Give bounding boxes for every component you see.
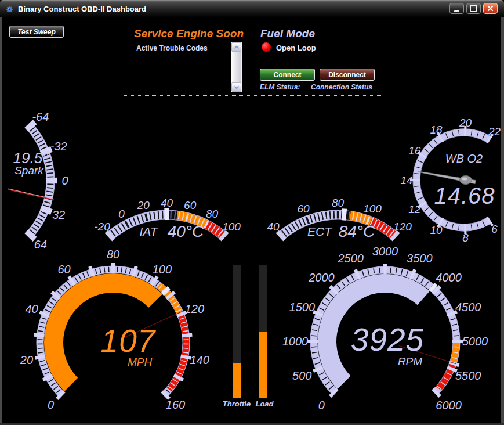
gauge-spark-label: Spark [14, 164, 44, 177]
fuel-mode-indicator-icon [262, 42, 271, 52]
gauge-rpm-tick-label: 500 [292, 369, 311, 382]
load-bar-fill [259, 332, 267, 399]
close-button[interactable] [483, 3, 498, 14]
gauge-ect-tick-label: 100 [363, 203, 382, 215]
gauge-spark-tick-label: -32 [50, 140, 67, 153]
gauge-iat-tick-label: 40 [161, 197, 173, 209]
window-controls [449, 3, 498, 14]
gauge-rpm-tick-label: 3000 [372, 245, 398, 258]
gauge-wbo2: 6810121416182022WB O214.68 [400, 117, 501, 244]
gauge-iat-tick-label: 20 [137, 199, 150, 211]
disconnect-button[interactable]: Disconnect [320, 69, 375, 81]
gauge-ect: 406080100120ECT84°C [267, 197, 412, 242]
gauge-rpm-value: 3925 [351, 322, 424, 358]
trouble-code-item[interactable]: Active Trouble Codes [133, 42, 231, 52]
gauge-spark-needle [8, 189, 53, 200]
gauge-rpm-tick-label: 2000 [308, 271, 335, 284]
gauge-ect-tick-label: 120 [393, 221, 412, 233]
gauge-wbo2-tick-label: 18 [430, 124, 443, 136]
gauge-mph-tick-label: 100 [153, 263, 172, 276]
connect-button[interactable]: Connect [260, 69, 315, 81]
gauge-iat: -20020406080100IAT40°C [94, 197, 241, 242]
gauge-rpm-tick-label: 4000 [436, 271, 462, 284]
gauge-spark-tick-label: 64 [34, 238, 47, 251]
trouble-codes-scrollbar[interactable] [231, 42, 241, 92]
gauge-ect-tick-label: 60 [297, 203, 310, 215]
gauge-mph-value: 107 [101, 323, 157, 359]
connection-status-label: Connection Status [311, 83, 372, 91]
gauge-spark-tick-label: 0 [61, 174, 68, 187]
window-title: Binary Construct OBD-II Dashboard [18, 5, 146, 13]
gauge-spark-tick-label: -64 [32, 110, 49, 123]
chevron-down-icon [234, 85, 240, 89]
throttle-bar [233, 265, 241, 398]
gauge-spark-value: 19.5° [13, 149, 48, 167]
close-icon [487, 5, 494, 12]
app-window: Binary Construct OBD-II Dashboard -64-32… [0, 0, 504, 425]
test-sweep-button[interactable]: Test Sweep [9, 26, 64, 38]
gauge-wbo2-tick-label: 16 [408, 145, 421, 157]
gauge-rpm: 0500100015002000250030003500400045005000… [282, 245, 488, 412]
gauge-wbo2-needle [418, 171, 476, 184]
gauge-wbo2-tick-label: 12 [408, 203, 421, 215]
gauge-iat-tick-label: 60 [184, 199, 197, 211]
throttle-label: Throttle [219, 399, 254, 408]
gauge-rpm-tick-label: 1000 [282, 335, 309, 348]
gauge-wbo2-tick-label: 8 [462, 232, 469, 244]
gauge-rpm-tick-label: 4500 [455, 301, 481, 314]
gauge-mph-tick-label: 120 [185, 302, 204, 315]
maximize-icon [470, 5, 477, 12]
trouble-codes-listbox[interactable]: Active Trouble Codes [133, 42, 242, 92]
gauge-mph-tick-label: 40 [25, 302, 38, 315]
gauge-mph-tick-label: 80 [107, 248, 119, 261]
fuel-mode-status: Open Loop [276, 44, 316, 52]
window-border-right [501, 16, 504, 425]
gauge-spark: -64-320326419.5°Spark [8, 110, 68, 250]
gauge-rpm-tick-label: 1500 [289, 301, 316, 314]
gauge-rpm-tick-label: 3500 [407, 252, 433, 265]
gauge-spark-tick-label: 32 [52, 208, 65, 221]
minimize-button[interactable] [449, 3, 464, 14]
chevron-up-icon [234, 45, 240, 49]
gauge-iat-tick-label: 100 [222, 221, 241, 233]
gauge-rpm-tick-label: 5000 [462, 335, 488, 348]
gauge-mph-peak-needle [126, 311, 183, 336]
gauge-wbo2-value: 14.68 [434, 183, 495, 208]
service-engine-soon-title: Service Engine Soon [134, 27, 244, 40]
gauge-rpm-tick-label: 2500 [337, 252, 364, 265]
gauge-ect-value: 84°C [339, 222, 375, 240]
scroll-up-button[interactable] [231, 42, 241, 52]
gauge-iat-value: 40°C [168, 222, 204, 240]
gauge-rpm-tick-label: 6000 [436, 399, 462, 412]
gauge-iat-tick-label: -20 [94, 221, 110, 233]
gauge-wbo2-tick-label: 20 [459, 117, 472, 129]
gauge-rpm-peak-needle [399, 346, 456, 364]
gauge-iat-label: IAT [139, 225, 158, 238]
minimize-icon [454, 10, 459, 12]
maximize-button[interactable] [466, 3, 481, 14]
gauge-rpm-tick-label: 5500 [455, 369, 481, 382]
gauge-wbo2-tick-label: 6 [491, 223, 498, 235]
app-gear-icon [5, 5, 14, 13]
scroll-down-button[interactable] [231, 82, 241, 92]
gauge-iat-tick-label: 80 [206, 208, 219, 220]
gauge-rpm-label: RPM [398, 355, 422, 368]
gauge-mph-tick-label: 140 [190, 354, 209, 366]
gauge-mph-tick-label: 60 [57, 263, 70, 276]
gauge-wbo2-tick-label: 14 [400, 174, 412, 186]
window-border-left [0, 16, 2, 425]
gauge-wbo2-label: WB O2 [445, 152, 483, 165]
gauge-mph-tick-label: 0 [48, 398, 54, 411]
gauge-wbo2-tick-label: 22 [488, 125, 501, 138]
fuel-mode-title: Fuel Mode [260, 27, 315, 40]
gauge-mph-tick-label: 20 [20, 354, 33, 366]
gauge-mph-label: MPH [128, 356, 153, 368]
gauge-wbo2-tick-label: 10 [430, 224, 443, 236]
gauge-iat-tick-label: 0 [118, 208, 125, 220]
elm-status-label: ELM Status: [260, 83, 300, 91]
trouble-codes-list: Active Trouble Codes [133, 42, 231, 92]
status-panel: Service Engine Soon Active Trouble Codes… [124, 24, 383, 96]
load-bar [259, 265, 267, 398]
gauge-wbo2-needle-hub [460, 176, 472, 185]
title-bar[interactable]: Binary Construct OBD-II Dashboard [0, 0, 504, 17]
